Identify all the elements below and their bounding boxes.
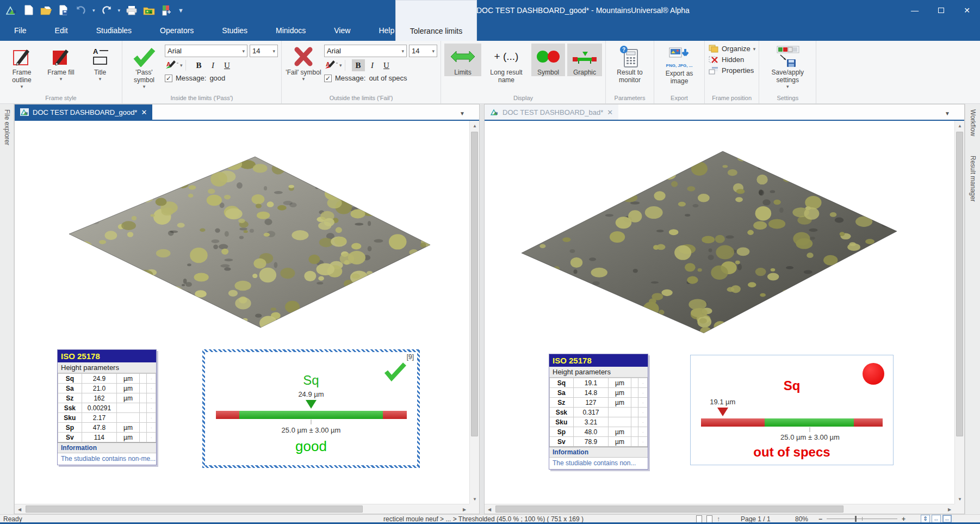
menu-file[interactable]: File — [0, 20, 41, 41]
right-tab-bar: B DOC TEST DASHBOARD_bad* ✕ ▼ — [485, 104, 964, 121]
export-formats-label: PNG, JPG, ... — [666, 63, 693, 68]
export-as-image-button[interactable]: PNG, JPG, ... Export as image — [658, 44, 701, 85]
fail-font-select[interactable]: Arial▾ — [324, 45, 407, 57]
menu-minidocs[interactable]: Minidocs — [262, 20, 320, 41]
right-vertical-scrollbar[interactable]: ▲ ▼ — [954, 121, 964, 504]
scroll-down-icon: ▼ — [470, 494, 480, 504]
table-section: Height parameters — [549, 367, 648, 378]
close-button[interactable]: ✕ — [954, 0, 980, 20]
zoom-slider[interactable] — [827, 519, 897, 519]
left-horizontal-scrollbar[interactable]: ◀ ▶ — [15, 504, 469, 514]
mountains-doc-icon: B — [490, 108, 499, 116]
save-document-icon[interactable] — [58, 4, 70, 16]
print-icon[interactable] — [126, 4, 138, 16]
fail-message-checkbox[interactable]: ✓ — [324, 75, 332, 82]
limits-button[interactable]: Limits — [444, 44, 481, 76]
pass-font-select[interactable]: Arial▾ — [165, 45, 247, 57]
pass-message-checkbox[interactable]: ✓ — [165, 75, 172, 82]
group-label-frame-position: Frame position — [705, 94, 759, 103]
fail-italic-button[interactable]: I — [366, 59, 379, 71]
pass-underline-button[interactable]: U — [221, 59, 234, 71]
iso-parameter-table-good[interactable]: ISO 25178 Height parameters Sq24.9µm· Sa… — [57, 349, 157, 465]
tolerance-widget-good[interactable]: [9] Sq 24.9 µm 25.0 µm ± 3.00 µm good — [205, 352, 417, 465]
pass-font-color-icon[interactable]: A — [165, 59, 179, 72]
undo-dropdown-caret[interactable]: ▾ — [92, 8, 95, 13]
open-document-icon[interactable] — [40, 4, 52, 16]
menu-studiables[interactable]: Studiables — [82, 20, 146, 41]
maximize-button[interactable] — [928, 0, 954, 20]
group-label-export: Export — [654, 94, 704, 103]
menu-view[interactable]: View — [320, 20, 364, 41]
organize-button[interactable]: Organize▾ — [708, 44, 755, 53]
frame-outline-button[interactable]: Frame outline▾ — [3, 44, 40, 89]
status-zoom-value[interactable]: 80% — [795, 515, 808, 523]
file-explorer-tab[interactable]: File explorer — [3, 109, 11, 514]
undo-icon[interactable] — [75, 4, 87, 16]
left-vertical-scrollbar[interactable]: ▲ ▼ — [469, 121, 479, 504]
right-horizontal-scrollbar[interactable]: ◀ ▶ — [485, 504, 954, 514]
fail-symbol-button[interactable]: 'Fail' symbol▾ — [285, 44, 322, 82]
tab-tolerance-limits[interactable]: Tolerance limits — [395, 0, 477, 41]
fit-width-button[interactable]: ⇔ — [932, 515, 941, 523]
fit-page-button[interactable]: ⇔ — [942, 515, 952, 523]
doc-tab-bad[interactable]: B DOC TEST DASHBOARD_bad* ✕ — [485, 104, 618, 120]
menu-studies[interactable]: Studies — [208, 20, 262, 41]
fail-message-value[interactable]: out of specs — [369, 74, 407, 82]
zoom-out-button[interactable]: − — [818, 515, 822, 523]
table-section: Height parameters — [58, 362, 156, 373]
workflow-tab[interactable]: Workflow — [969, 109, 977, 136]
pane-splitter[interactable] — [480, 104, 484, 514]
tab-list-caret[interactable]: ▼ — [460, 110, 465, 116]
pass-message-value[interactable]: good — [209, 74, 225, 82]
close-tab-icon[interactable]: ✕ — [141, 108, 147, 116]
fail-size-select[interactable]: 14▾ — [409, 45, 437, 57]
pass-size-select[interactable]: 14▾ — [250, 45, 278, 57]
save-settings-icon — [773, 45, 802, 69]
menu-edit[interactable]: Edit — [41, 20, 82, 41]
graphic-button[interactable]: Graphic — [567, 44, 602, 76]
fail-font-color-icon[interactable]: A — [324, 59, 338, 72]
redo-icon[interactable] — [101, 4, 113, 16]
tolerance-widget-good-selection[interactable]: [9] Sq 24.9 µm 25.0 µm ± 3.00 µm good — [202, 349, 420, 468]
minimize-button[interactable]: — — [902, 0, 928, 20]
iso-parameter-table-bad[interactable]: ISO 25178 Height parameters Sq19.1µm· Sa… — [549, 354, 648, 470]
properties-button[interactable]: Properties — [708, 66, 754, 75]
title-button[interactable]: A Title▾ — [82, 44, 119, 82]
close-tab-icon[interactable]: ✕ — [607, 108, 613, 116]
tab-list-caret[interactable]: ▼ — [945, 110, 950, 116]
hidden-button[interactable]: Hidden — [708, 55, 744, 64]
customize-toolbar-caret[interactable]: ▼ — [178, 7, 184, 14]
redo-dropdown-caret[interactable]: ▾ — [118, 8, 121, 13]
page-up-icon[interactable] — [706, 515, 712, 523]
table-title: ISO 25178 — [58, 350, 156, 362]
long-result-name-button[interactable]: + (...) Long result name — [483, 44, 529, 84]
fail-underline-button[interactable]: U — [380, 59, 393, 71]
frame-fill-button[interactable]: Frame fill▾ — [42, 44, 79, 82]
symbol-button[interactable]: Symbol — [531, 44, 565, 76]
zoom-in-button[interactable]: + — [902, 515, 905, 523]
save-apply-settings-button[interactable]: Save/apply settings▾ — [762, 44, 812, 89]
pass-bold-button[interactable]: B — [193, 59, 206, 71]
graphic-bar-icon — [572, 45, 598, 69]
page-down-icon[interactable] — [696, 515, 702, 523]
menu-operators[interactable]: Operators — [146, 20, 208, 41]
fit-height-button[interactable]: ⇕ — [921, 515, 930, 523]
result-to-monitor-button[interactable]: ? Result to monitor — [609, 44, 650, 84]
export-folder-icon[interactable] — [143, 4, 155, 16]
long-result-name-icon: + (...) — [494, 45, 519, 69]
share-image-icon[interactable] — [160, 4, 172, 16]
pass-italic-button[interactable]: I — [207, 59, 220, 71]
result-manager-tab[interactable]: Result manager — [969, 156, 977, 202]
document-canvas-good[interactable]: ISO 25178 Height parameters Sq24.9µm· Sa… — [15, 121, 469, 504]
pass-symbol-button[interactable]: 'Pass' symbol▾ — [126, 44, 163, 89]
scroll-right-icon: ▶ — [460, 504, 469, 514]
new-document-icon[interactable] — [23, 4, 35, 16]
surface-3d-view-good[interactable] — [65, 152, 435, 332]
fail-bold-button[interactable]: B — [352, 59, 365, 71]
doc-tab-good[interactable]: B DOC TEST DASHBOARD_good* ✕ — [15, 104, 152, 120]
document-canvas-bad[interactable]: ISO 25178 Height parameters Sq19.1µm· Sa… — [485, 121, 954, 504]
ribbon-group-settings: Save/apply settings▾ Settings — [759, 41, 816, 103]
status-ready: Ready — [3, 515, 22, 523]
surface-3d-view-bad[interactable] — [516, 147, 902, 337]
tolerance-widget-bad[interactable]: Sq 19.1 µm 25.0 µm ± 3.00 µm out of spec… — [690, 355, 894, 465]
